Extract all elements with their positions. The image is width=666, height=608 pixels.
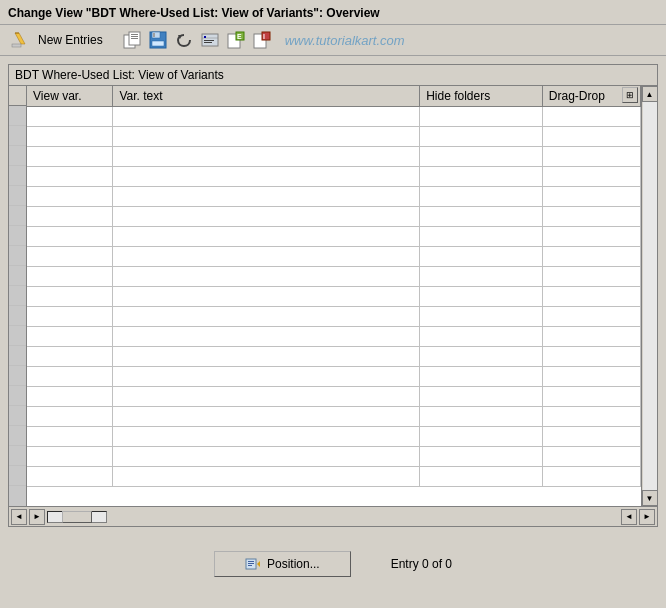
svg-rect-18	[204, 42, 212, 43]
import-button[interactable]: I	[251, 29, 273, 51]
pencil-icon-btn[interactable]	[8, 29, 30, 51]
save-icon	[148, 30, 168, 50]
row-number-cell	[9, 166, 26, 186]
table-row	[27, 146, 641, 166]
row-number-cell	[9, 146, 26, 166]
svg-rect-28	[248, 565, 252, 566]
import-icon: I	[252, 30, 272, 50]
status-bar: Position... Entry 0 of 0	[0, 535, 666, 585]
scroll-up-button[interactable]: ▲	[642, 86, 658, 102]
scroll-right-button[interactable]: ►	[29, 509, 45, 525]
scroll-far-right-button[interactable]: ►	[639, 509, 655, 525]
svg-text:E: E	[237, 33, 242, 40]
table-row	[27, 186, 641, 206]
table-row	[27, 346, 641, 366]
svg-rect-27	[248, 563, 254, 564]
row-number-cell	[9, 446, 26, 466]
table-row	[27, 446, 641, 466]
table-row	[27, 466, 641, 486]
table-body	[27, 106, 641, 486]
col-header-var-text: Var. text	[113, 86, 420, 106]
save-button[interactable]	[147, 29, 169, 51]
svg-text:I: I	[263, 33, 265, 40]
vertical-scrollbar: ▲ ▼	[641, 86, 657, 506]
table-row	[27, 206, 641, 226]
row-number-cell	[9, 106, 26, 126]
row-numbers-column	[9, 86, 27, 506]
svg-rect-6	[131, 34, 138, 35]
row-number-cell	[9, 386, 26, 406]
table-row	[27, 126, 641, 146]
undo-button[interactable]	[173, 29, 195, 51]
row-number-cell	[9, 266, 26, 286]
table-area: View var. Var. text Hide folders Drag-Dr…	[9, 86, 657, 506]
row-number-cell	[9, 346, 26, 366]
position-icon	[245, 556, 261, 572]
toolbar: New Entries	[0, 25, 666, 56]
row-number-header	[9, 86, 26, 106]
svg-marker-29	[257, 561, 260, 567]
svg-rect-26	[248, 561, 254, 562]
row-number-cell	[9, 126, 26, 146]
check-icon	[200, 30, 220, 50]
copy-button[interactable]	[121, 29, 143, 51]
col-header-view-var: View var.	[27, 86, 113, 106]
table-row	[27, 286, 641, 306]
row-number-cell	[9, 206, 26, 226]
svg-rect-11	[153, 33, 155, 37]
table-row	[27, 326, 641, 346]
table-row	[27, 306, 641, 326]
page-title: Change View "BDT Where-Used List: View o…	[8, 6, 380, 20]
table-container: BDT Where-Used List: View of Variants	[8, 64, 658, 527]
column-settings-icon[interactable]: ⊞	[622, 87, 638, 103]
row-number-cell	[9, 326, 26, 346]
row-number-cell	[9, 426, 26, 446]
row-number-cell	[9, 246, 26, 266]
table-row	[27, 426, 641, 446]
watermark-text: www.tutorialkart.com	[285, 33, 405, 48]
col-header-drag-drop: Drag-Drop ⊞	[542, 86, 640, 106]
svg-rect-12	[152, 41, 164, 46]
col-header-hide-folders: Hide folders	[420, 86, 543, 106]
new-entries-label: New Entries	[38, 33, 103, 47]
row-number-cell	[9, 366, 26, 386]
data-table: View var. Var. text Hide folders Drag-Dr…	[27, 86, 641, 487]
main-content: BDT Where-Used List: View of Variants	[0, 56, 666, 535]
horizontal-scrollbar-thumb[interactable]	[62, 511, 92, 523]
table-row	[27, 366, 641, 386]
row-number-cell	[9, 226, 26, 246]
svg-rect-7	[131, 36, 138, 37]
export-button[interactable]: E	[225, 29, 247, 51]
position-button-label: Position...	[267, 557, 320, 571]
scroll-left-button[interactable]: ◄	[11, 509, 27, 525]
row-number-cell	[9, 186, 26, 206]
check-button[interactable]	[199, 29, 221, 51]
scroll-thumb-h[interactable]	[47, 511, 107, 523]
table-row	[27, 386, 641, 406]
table-section-title: BDT Where-Used List: View of Variants	[9, 65, 657, 86]
svg-rect-3	[12, 44, 21, 47]
position-button[interactable]: Position...	[214, 551, 351, 577]
data-table-wrapper: View var. Var. text Hide folders Drag-Dr…	[27, 86, 641, 506]
table-row	[27, 106, 641, 126]
row-number-cell	[9, 286, 26, 306]
scroll-track-vertical	[643, 102, 657, 490]
svg-rect-8	[131, 38, 138, 39]
table-row	[27, 406, 641, 426]
svg-rect-16	[204, 36, 206, 38]
scroll-far-left-button[interactable]: ◄	[621, 509, 637, 525]
horizontal-scrollbar-bar: ◄ ► ◄ ►	[9, 506, 657, 526]
row-number-cell	[9, 306, 26, 326]
table-row	[27, 266, 641, 286]
export-icon: E	[226, 30, 246, 50]
table-header-row: View var. Var. text Hide folders Drag-Dr…	[27, 86, 641, 106]
table-row	[27, 246, 641, 266]
svg-rect-17	[204, 40, 214, 41]
title-bar: Change View "BDT Where-Used List: View o…	[0, 0, 666, 25]
table-row	[27, 166, 641, 186]
undo-icon	[174, 30, 194, 50]
pencil-icon	[9, 30, 29, 50]
svg-marker-1	[15, 33, 25, 44]
scroll-down-button[interactable]: ▼	[642, 490, 658, 506]
new-entries-button[interactable]: New Entries	[34, 31, 107, 49]
